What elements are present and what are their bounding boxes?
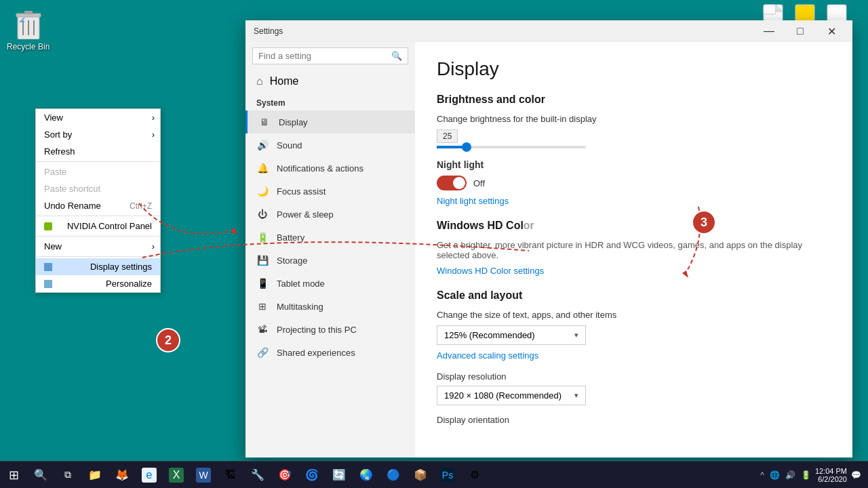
ctx-nvidia[interactable]: NVIDIA Control Panel [36, 218, 160, 235]
main-content: Display Brightness and color Change brig… [415, 42, 852, 458]
taskbar-photoshop[interactable]: Ps [434, 462, 461, 489]
brightness-section-title: Brightness and color [437, 94, 831, 106]
sidebar-item-display[interactable]: 🖥 Display [245, 110, 415, 134]
files-icon: 📁 [87, 468, 102, 483]
taskbar-settings[interactable]: ⚙ [461, 462, 488, 489]
badge-2: 2 [156, 328, 180, 352]
taskbar-word[interactable]: W [190, 462, 217, 489]
ctx-divider-2 [36, 216, 160, 216]
sidebar-item-shared[interactable]: 🔗 Shared experiences [245, 341, 415, 364]
night-light-toggle[interactable] [437, 176, 467, 190]
settings-body: 🔍 ⌂ Home System 🖥 Display 🔊 Sound 🔔 [245, 42, 852, 458]
firefox-icon: 🦊 [115, 468, 130, 483]
sidebar-item-notifications[interactable]: 🔔 Notifications & actions [245, 157, 415, 180]
settings-window-title: Settings [251, 26, 283, 36]
ctx-display-settings[interactable]: Display settings [36, 258, 160, 275]
taskbar-search[interactable]: 🔍 [27, 462, 54, 489]
close-button[interactable]: ✕ [816, 20, 847, 42]
tray-battery[interactable]: 🔋 [800, 469, 812, 481]
settings-window: Settings — □ ✕ 🔍 ⌂ Home System [245, 20, 852, 458]
home-icon: ⌂ [256, 75, 263, 87]
restore-button[interactable]: □ [785, 20, 816, 42]
display-orientation-label: Display orientation [437, 415, 831, 425]
search-icon: 🔍 [391, 51, 402, 61]
resolution-selected: 1920 × 1080 (Recommended) [444, 390, 561, 401]
taskbar-app5[interactable]: 🎯 [271, 462, 298, 489]
taskbar-app9[interactable]: 🔵 [380, 462, 407, 489]
page-title: Display [437, 58, 831, 80]
sidebar-item-multitasking[interactable]: ⊞ Multitasking [245, 295, 415, 318]
tray-volume[interactable]: 🔊 [784, 469, 797, 481]
ctx-refresh[interactable]: Refresh [36, 143, 160, 160]
sidebar-item-sound[interactable]: 🔊 Sound [245, 134, 415, 157]
night-light-settings-link[interactable]: Night light settings [437, 196, 831, 206]
taskbar-app8[interactable]: 🌏 [353, 462, 380, 489]
start-icon: ⊞ [6, 468, 21, 483]
taskbar-app4[interactable]: 🔧 [244, 462, 271, 489]
taskbar-app6[interactable]: 🌀 [298, 462, 326, 489]
multitasking-icon: ⊞ [256, 301, 269, 312]
app8-icon: 🌏 [359, 468, 374, 483]
scale-dropdown[interactable]: 125% (Recommended) ▾ [437, 325, 586, 345]
badge-3: 3 [692, 210, 716, 235]
search-input[interactable] [258, 51, 391, 61]
sidebar-home[interactable]: ⌂ Home [245, 70, 415, 93]
tray-network[interactable]: 🌐 [768, 469, 781, 481]
taskbar-app10[interactable]: 📦 [407, 462, 434, 489]
toggle-thumb [453, 177, 465, 189]
sidebar-item-power[interactable]: ⏻ Power & sleep [245, 203, 415, 226]
tray-time: 12:04 PM [815, 467, 847, 475]
sidebar-item-battery[interactable]: 🔋 Battery [245, 226, 415, 249]
night-light-label: Night light [437, 159, 484, 170]
taskbar-app3[interactable]: 🏗 [217, 462, 244, 489]
night-light-toggle-row: Off [437, 176, 831, 190]
minimize-button[interactable]: — [753, 20, 785, 42]
taskbar-tray: ^ 🌐 🔊 🔋 12:04 PM 6/2/2020 💬 [759, 467, 868, 483]
ctx-new[interactable]: New [36, 238, 160, 255]
sidebar-search[interactable]: 🔍 [252, 47, 408, 64]
resolution-dropdown-arrow: ▾ [574, 391, 578, 400]
resolution-dropdown[interactable]: 1920 × 1080 (Recommended) ▾ [437, 386, 586, 405]
scale-dropdown-arrow: ▾ [574, 331, 578, 340]
taskbar-app7[interactable]: 🔄 [326, 462, 353, 489]
hd-color-settings-link[interactable]: Windows HD Color settings [437, 266, 831, 276]
taskbar-edge[interactable]: e [136, 462, 163, 489]
brightness-value: 25 [437, 129, 458, 143]
ctx-sort-by[interactable]: Sort by [36, 126, 160, 143]
ctx-undo-rename[interactable]: Undo Rename Ctrl+Z [36, 197, 160, 214]
sidebar-section-title: System [245, 93, 415, 110]
start-button[interactable]: ⊞ [0, 462, 27, 489]
advanced-scaling-link[interactable]: Advanced scaling settings [437, 350, 831, 361]
taskbar: ⊞ 🔍 ⧉ 📁 🦊 e X W 🏗 🔧 🎯 🌀 🔄 🌏 🔵 📦 [0, 461, 868, 488]
focus-icon: 🌙 [256, 186, 269, 197]
sidebar-item-storage[interactable]: 💾 Storage [245, 249, 415, 272]
recycle-bin[interactable]: Recycle Bin [7, 7, 50, 52]
sidebar-item-tablet[interactable]: 📱 Tablet mode [245, 272, 415, 295]
scale-section-title: Scale and layout [437, 289, 831, 302]
ctx-personalize[interactable]: Personalize [36, 275, 160, 292]
settings-titlebar: Settings — □ ✕ [245, 20, 852, 42]
battery-icon: 🔋 [256, 232, 269, 243]
night-light-row: Night light [437, 159, 831, 170]
storage-icon: 💾 [256, 255, 269, 266]
svg-marker-11 [231, 227, 237, 234]
taskbar-excel[interactable]: X [163, 462, 190, 489]
ctx-paste-shortcut: Paste shortcut [36, 180, 160, 197]
taskbar-firefox[interactable]: 🦊 [108, 462, 136, 489]
settings-sidebar: 🔍 ⌂ Home System 🖥 Display 🔊 Sound 🔔 [245, 42, 415, 458]
recycle-bin-label: Recycle Bin [7, 42, 50, 52]
ctx-view[interactable]: View [36, 109, 160, 126]
taskbar-files[interactable]: 📁 [81, 462, 108, 489]
recycle-bin-icon [12, 7, 45, 39]
context-menu: View Sort by Refresh Paste Paste shortcu… [35, 108, 161, 293]
sidebar-item-focus[interactable]: 🌙 Focus assist [245, 180, 415, 203]
desktop: Recycle Bin View Sort by Refresh Paste [0, 0, 868, 461]
personalize-icon [44, 280, 52, 288]
tray-clock[interactable]: 12:04 PM 6/2/2020 [815, 467, 847, 483]
brightness-slider[interactable] [437, 146, 586, 148]
notification-center-icon[interactable]: 💬 [850, 469, 863, 481]
brightness-slider-container[interactable] [437, 146, 831, 148]
sidebar-item-projecting[interactable]: 📽 Projecting to this PC [245, 318, 415, 341]
tray-chevron[interactable]: ^ [759, 469, 766, 481]
taskbar-taskview[interactable]: ⧉ [54, 462, 81, 489]
